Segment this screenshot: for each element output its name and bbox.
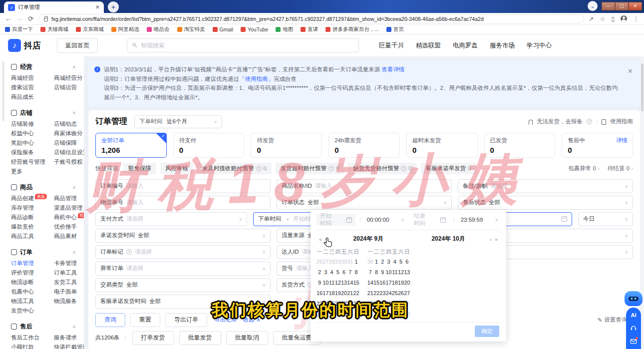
calendar-day[interactable]: 15 xyxy=(353,278,359,288)
calendar-day[interactable]: 10 xyxy=(386,267,392,277)
chip-exempt[interactable]: 豁免保障 xyxy=(123,163,156,174)
calendar-day[interactable]: 21 xyxy=(347,288,353,298)
bookmark-item[interactable]: 首页 xyxy=(386,26,404,33)
calendar-day[interactable]: 8 xyxy=(353,267,359,277)
douyin-shop-logo[interactable]: ♪ 抖店 xyxy=(8,39,41,52)
calendar-day[interactable]: 1 xyxy=(392,299,398,309)
card-24h-ship[interactable]: 24h需发货0 xyxy=(328,133,400,158)
bookmark-item[interactable]: 百度一下 xyxy=(5,26,33,33)
calendar-day[interactable]: 1 xyxy=(322,309,328,319)
ai-button[interactable]: AI xyxy=(631,312,637,318)
calendar-day[interactable]: 11 xyxy=(329,278,335,288)
calendar-day[interactable]: 5 xyxy=(398,257,404,267)
calendar-day[interactable]: 3 xyxy=(335,309,341,319)
chip-ship-timeout-warning[interactable]: 发货超时赔付预警?0 xyxy=(276,163,344,174)
sidebar-item[interactable]: 店铺装修 xyxy=(11,119,54,129)
calendar-day[interactable]: 14 xyxy=(347,278,353,288)
nav-link[interactable]: 学习中心 xyxy=(527,41,552,50)
reset-button[interactable]: 重置 xyxy=(130,313,160,327)
calendar-day[interactable]: 3 xyxy=(322,267,328,277)
start-date-input[interactable]: 开始时间 xyxy=(317,214,355,226)
calendar-day[interactable]: 16 xyxy=(317,288,322,298)
sidebar-item[interactable]: 子账号授权 xyxy=(54,157,84,167)
calendar-day[interactable]: 2 xyxy=(329,309,335,319)
bookmark-item[interactable]: 淘宝特卖 xyxy=(177,26,205,33)
collapse-link[interactable]: 收起 ∧ xyxy=(243,316,261,324)
sidebar-item[interactable]: 小额打款 xyxy=(11,343,54,349)
bookmark-item[interactable]: 阿里精选 xyxy=(111,26,139,33)
end-date-input[interactable]: 结束时间 xyxy=(410,214,449,226)
cs-promise-select[interactable]: 客服承诺发货时间全部∨ xyxy=(95,295,271,309)
sidebar-item[interactable]: 商家体验分 xyxy=(54,129,84,138)
sidebar-item[interactable]: 商品诊断 xyxy=(11,213,54,222)
calendar-day[interactable]: 22 xyxy=(373,288,379,298)
package-abnormal-link[interactable]: 包裹异常 0 › xyxy=(568,165,600,172)
collapse-icon[interactable]: ∧ xyxy=(72,324,76,329)
sidebar-item[interactable]: 权益中心 xyxy=(11,129,54,138)
card-pending-payment[interactable]: 待支付0 xyxy=(173,133,245,158)
calendar-day[interactable]: 27 xyxy=(341,299,347,309)
calendar-day[interactable]: 6 xyxy=(404,257,410,267)
card-overdue[interactable]: 超时未发货0 xyxy=(406,133,478,158)
aftersale-status-select[interactable]: 售后状态全部∨ xyxy=(458,196,633,210)
calendar-day[interactable]: 4 xyxy=(367,309,373,319)
sidebar-item[interactable]: 电子面单 xyxy=(54,287,84,297)
calendar-day[interactable]: 9 xyxy=(317,278,322,288)
sidebar-item[interactable]: 发货工具 xyxy=(54,278,84,287)
calendar-day[interactable]: 14 xyxy=(367,278,373,288)
calendar-day[interactable]: 6 xyxy=(379,309,385,319)
usage-guide-link[interactable]: 使用指南 xyxy=(610,118,633,125)
calendar-day[interactable]: 17 xyxy=(322,288,328,298)
sidebar-item[interactable]: 搜索运营 xyxy=(11,83,54,92)
calendar-day[interactable]: 19 xyxy=(335,288,341,298)
chip-cs-early-ship[interactable]: 客服承诺早发货0 xyxy=(421,163,476,174)
share-icon[interactable]: ↗ xyxy=(589,15,594,22)
product-field[interactable]: 商品名称/ID请输入 xyxy=(277,179,452,193)
prev-year-icon[interactable]: « xyxy=(318,236,323,242)
forward-icon[interactable]: → xyxy=(16,15,23,22)
confirm-button[interactable]: 确定 xyxy=(475,326,499,337)
calendar-day[interactable]: 1 xyxy=(353,257,359,267)
nav-search-box[interactable]: 🔍︎ xyxy=(127,38,359,52)
nav-link[interactable]: 巨量千川 xyxy=(379,41,404,50)
help-icon[interactable]: ? xyxy=(587,119,592,124)
calendar-day[interactable]: 25 xyxy=(329,299,335,309)
bookmark-item[interactable]: 天猫商城 xyxy=(40,26,68,33)
bookmark-item[interactable]: 拼多多商家后台，... xyxy=(325,26,379,33)
sidebar-item[interactable]: 商品创建发品 xyxy=(11,194,54,203)
calendar-day[interactable]: 31 xyxy=(386,299,392,309)
calendar-day[interactable]: 13 xyxy=(404,267,410,277)
calendar-day[interactable]: 30 xyxy=(341,257,347,267)
aftersale-detail-link[interactable]: 详情 xyxy=(616,137,628,144)
collapse-icon[interactable]: ∧ xyxy=(72,64,76,69)
search-input[interactable] xyxy=(141,42,354,49)
print-ship-button[interactable]: 打单发货 xyxy=(132,331,174,345)
bookmark-star-icon[interactable]: ☆ xyxy=(600,15,606,22)
sidebar-item[interactable]: 经营账号管理 xyxy=(11,157,54,167)
usage-guide-link[interactable]: 「使用指南」 xyxy=(239,76,274,82)
calendar-day[interactable]: 20 xyxy=(341,288,347,298)
calendar-day[interactable]: 10 xyxy=(404,309,410,319)
calendar-day[interactable]: 3 xyxy=(386,257,392,267)
calendar-day[interactable]: 31 xyxy=(347,257,353,267)
sidebar-item[interactable]: 服务请求 xyxy=(54,333,84,343)
calendar-day[interactable]: 2 xyxy=(398,299,404,309)
order-status-select[interactable]: 订单状态全部∨ xyxy=(277,196,452,210)
calendar-day[interactable]: 30 xyxy=(367,257,373,267)
sidebar-item[interactable]: 奖励中心 xyxy=(11,138,54,148)
batch-ship-button[interactable]: 批量发货 xyxy=(179,331,221,345)
calendar-day[interactable]: 4 xyxy=(392,257,398,267)
sidebar-item[interactable]: 订单工具 xyxy=(54,268,84,278)
start-time-select[interactable]: 00:00:00∨ xyxy=(365,214,406,226)
calendar-day[interactable]: 30 xyxy=(317,309,322,319)
calendar-day[interactable]: 16 xyxy=(379,278,385,288)
new-tab-button[interactable]: + xyxy=(108,1,119,12)
order-no-field[interactable]: 订单编号请输入 xyxy=(95,179,271,193)
calendar-day[interactable]: 19 xyxy=(398,278,404,288)
calendar-day[interactable]: 10 xyxy=(322,278,328,288)
order-time-range-select[interactable]: 下单时间 近6个月 ∨ xyxy=(134,115,222,128)
calendar-day[interactable]: 6 xyxy=(341,267,347,277)
sidebar-item[interactable]: 商品素材 xyxy=(54,232,84,241)
sidebar-item[interactable]: 包裹中心 xyxy=(11,287,54,297)
calendar-day[interactable]: 8 xyxy=(373,267,379,277)
